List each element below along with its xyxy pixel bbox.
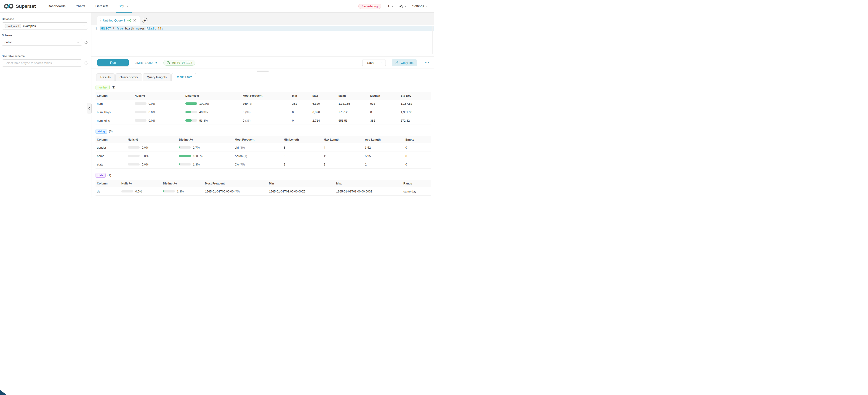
code-line-content: SELECT * from birth_names limit 75; [100, 26, 434, 31]
column-header: Most Frequent [204, 180, 268, 187]
distinct-bar: 49.3% [185, 111, 240, 114]
column-header: Column [96, 92, 133, 99]
nulls-bar: 0.0% [128, 163, 176, 166]
nav-item-charts[interactable]: Charts [71, 0, 91, 12]
database-label: Database [2, 18, 88, 21]
plus-icon: + [387, 4, 390, 9]
results-tab-results[interactable]: Results [96, 73, 115, 81]
line-number: 1 [91, 26, 100, 31]
refresh-tables-icon[interactable] [84, 61, 88, 65]
stats-table-string: ColumnNulls %Distinct %Most FrequentMin … [96, 136, 431, 169]
most-frequent-cell: girl (39) [233, 143, 282, 152]
stat-value: 2 [282, 160, 322, 169]
copy-link-button[interactable]: Copy link [392, 59, 417, 66]
stat-value: 0 [291, 116, 311, 125]
sidebar-divider [2, 71, 88, 71]
code-token: 75 [158, 27, 161, 30]
clock-icon [166, 61, 170, 64]
stat-value: 6,820 [311, 108, 337, 116]
stat-value: 3 [282, 143, 322, 152]
results-tab-query-history[interactable]: Query history [116, 73, 142, 81]
stat-value: 386 [369, 116, 399, 125]
nulls-bar: 0.0% [128, 154, 176, 158]
query-timer: 00:00:00.192 [163, 60, 195, 66]
stat-value: 1965-01-01T03:00:00.000Z [335, 187, 402, 196]
refresh-schemas-icon[interactable] [84, 40, 88, 44]
query-tab[interactable]: Untitled Query 1 [97, 16, 140, 25]
most-frequent-cell: 1965-01-01T00:00:00 (75) [204, 187, 268, 196]
stat-value: 933 [369, 99, 399, 108]
column-header: Max [335, 180, 402, 187]
most-frequent-cell: 369 (1) [241, 99, 291, 108]
settings-menu[interactable]: Settings [412, 4, 428, 8]
theme-menu[interactable] [399, 4, 407, 8]
stat-value: 1,331.65 [337, 99, 369, 108]
schema-value: public [5, 40, 12, 44]
collapse-sidebar-button[interactable] [87, 103, 91, 114]
table-row: num_girls0.0%53.3%0 (36)02,714553.533866… [96, 116, 431, 125]
column-count: (3) [112, 86, 115, 89]
limit-dropdown[interactable]: LIMIT: 1 000 [134, 61, 157, 64]
add-tab-button[interactable]: + [142, 18, 147, 23]
distinct-bar: 2.7% [179, 146, 231, 149]
stat-value: same day [402, 187, 431, 196]
code-token: SELECT [100, 27, 111, 30]
resize-handle[interactable] [257, 70, 269, 71]
column-name: num_girls [96, 116, 133, 125]
run-button[interactable]: Run [97, 59, 129, 66]
chevron-down-icon [381, 62, 384, 64]
nav-item-dashboards[interactable]: Dashboards [42, 0, 70, 12]
stat-value: 0 [404, 152, 431, 160]
table-row: num0.0%100.0%369 (1)3616,8201,331.659331… [96, 99, 431, 108]
column-header: Empty [404, 136, 431, 143]
navbar: Superset Dashboards Charts Datasets SQL … [0, 0, 434, 12]
type-badge: number [96, 85, 110, 90]
sql-lab-main: Untitled Query 1 + 1 SELECT * from birth… [91, 12, 434, 198]
most-frequent-cell: Aaron (1) [233, 152, 282, 160]
stats-section: number (3) ColumnNulls %Distinct %Most F… [96, 85, 431, 125]
schema-select[interactable]: public [2, 39, 82, 46]
save-options-button[interactable] [379, 59, 386, 66]
nav-item-datasets[interactable]: Datasets [90, 0, 113, 12]
most-frequent-cell: 0 (39) [241, 108, 291, 116]
column-header: Nulls % [120, 180, 162, 187]
sql-editor[interactable]: 1 SELECT * from birth_names limit 75; [91, 25, 434, 57]
stat-value: 1,331.36 [399, 108, 431, 116]
drag-dots-icon [100, 19, 101, 22]
column-header: Median [369, 92, 399, 99]
column-header: Range [402, 180, 431, 187]
stat-value: 4 [322, 143, 364, 152]
superset-logo[interactable]: Superset [4, 3, 36, 9]
stat-value: 0 [369, 108, 399, 116]
nav-item-sql[interactable]: SQL [114, 0, 134, 12]
new-item-menu[interactable]: + [387, 4, 394, 9]
column-name: ds [96, 187, 120, 196]
results-tab-query-insights[interactable]: Query Insights [143, 73, 171, 81]
table-select[interactable]: Select table or type to search tables [2, 59, 82, 66]
code-token: from [116, 27, 123, 30]
table-row: ds0.0%1.3%1965-01-01T00:00:00 (75)1965-0… [96, 187, 431, 196]
database-name: examples [23, 24, 36, 28]
column-header: Avg Length [364, 136, 404, 143]
distinct-bar: 100.0% [185, 102, 240, 105]
nulls-bar: 0.0% [134, 111, 182, 114]
column-name: gender [96, 143, 126, 152]
results-tab-result-stats[interactable]: Result Stats [172, 73, 196, 81]
stat-value: 2,714 [311, 116, 337, 125]
timer-value: 00:00:00.192 [172, 61, 192, 64]
database-select[interactable]: postgresql examples [2, 22, 88, 29]
results-tab-bar: ResultsQuery historyQuery InsightsResult… [91, 72, 434, 81]
column-header: Column [96, 180, 120, 187]
distinct-bar: 1.3% [179, 163, 231, 166]
chevron-down-icon [127, 5, 129, 7]
table-select-placeholder: Select table or type to search tables [5, 61, 52, 65]
database-engine-tag: postgresql [5, 24, 21, 28]
superset-infinity-icon [4, 3, 14, 9]
stat-value: 6,820 [311, 99, 337, 108]
close-tab-icon[interactable] [133, 19, 136, 22]
column-header: Nulls % [126, 136, 178, 143]
code-token: limit [147, 27, 156, 30]
more-actions-button[interactable]: ··· [424, 60, 431, 65]
link-icon [395, 61, 399, 64]
save-button[interactable]: Save [362, 59, 379, 66]
